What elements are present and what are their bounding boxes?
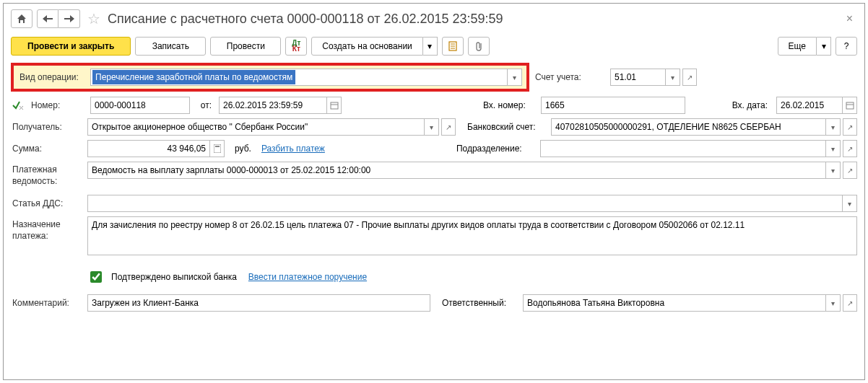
paperclip-icon bbox=[474, 41, 483, 51]
create-based-button[interactable]: Создать на основании bbox=[311, 37, 423, 56]
comment-label: Комментарий: bbox=[11, 298, 83, 308]
account-label: Счет учета: bbox=[534, 72, 606, 82]
account-input[interactable]: 51.01 bbox=[610, 69, 666, 86]
dtkt-button[interactable]: ДтКт bbox=[285, 37, 307, 56]
in-number-label: Вх. номер: bbox=[476, 100, 537, 110]
paysheet-input[interactable]: Ведомость на выплату зарплаты 0000-00001… bbox=[87, 162, 826, 179]
op-type-highlight: Вид операции: Перечисление заработной пл… bbox=[11, 63, 529, 92]
number-input[interactable]: 0000-000118 bbox=[90, 97, 190, 114]
responsible-open[interactable]: ↗ bbox=[843, 294, 857, 312]
op-type-label: Вид операции: bbox=[18, 72, 86, 82]
in-number-input[interactable]: 1665 bbox=[541, 97, 685, 114]
number-label: Номер: bbox=[30, 100, 86, 110]
close-button[interactable]: × bbox=[842, 12, 857, 25]
responsible-label: Ответственный: bbox=[435, 298, 518, 308]
create-based-dropdown[interactable]: ▾ bbox=[423, 37, 438, 56]
post-close-button[interactable]: Провести и закрыть bbox=[11, 37, 131, 56]
toolbar: Провести и закрыть Записать Провести ДтК… bbox=[11, 34, 857, 63]
dds-dropdown[interactable]: ▾ bbox=[843, 195, 857, 212]
amount-label: Сумма: bbox=[11, 144, 83, 154]
op-type-input[interactable]: Перечисление заработной платы по ведомос… bbox=[90, 69, 508, 86]
bank-account-input[interactable]: 40702810505000000291, ОТДЕЛЕНИЕ N8625 СБ… bbox=[551, 118, 826, 136]
svg-rect-6 bbox=[846, 102, 854, 109]
paysheet-open[interactable]: ↗ bbox=[843, 162, 857, 179]
svg-rect-9 bbox=[215, 146, 220, 147]
calendar-icon bbox=[330, 101, 339, 110]
amount-input[interactable]: 43 946,05 bbox=[87, 140, 210, 157]
responsible-dropdown[interactable]: ▾ bbox=[826, 294, 841, 312]
status-icon bbox=[11, 100, 25, 110]
bank-account-label: Банковский счет: bbox=[460, 122, 547, 132]
recipient-input[interactable]: Открытое акционерное общество " Сбербанк… bbox=[87, 118, 425, 136]
split-payment-link[interactable]: Разбить платеж bbox=[261, 144, 325, 154]
back-button[interactable] bbox=[37, 9, 58, 28]
dtkt-icon: ДтКт bbox=[292, 40, 300, 52]
in-date-input[interactable]: 26.02.2015 bbox=[776, 97, 843, 114]
attach-button[interactable] bbox=[468, 37, 490, 56]
paysheet-label: Платежнаяведомость: bbox=[11, 162, 83, 187]
dds-input[interactable] bbox=[87, 195, 843, 212]
help-button[interactable]: ? bbox=[836, 37, 857, 56]
division-open[interactable]: ↗ bbox=[843, 140, 857, 157]
in-date-label: Вх. дата: bbox=[690, 100, 772, 110]
op-type-value: Перечисление заработной платы по ведомос… bbox=[92, 70, 295, 84]
division-input[interactable] bbox=[540, 140, 826, 157]
calculator-icon bbox=[214, 144, 221, 153]
svg-rect-4 bbox=[331, 102, 338, 109]
responsible-input[interactable]: Водопьянова Татьяна Викторовна bbox=[523, 294, 826, 312]
division-label: Подразделение: bbox=[449, 144, 536, 154]
op-type-dropdown[interactable]: ▾ bbox=[508, 69, 522, 86]
titlebar: ☆ Списание с расчетного счета 0000-00011… bbox=[11, 6, 857, 34]
in-date-picker[interactable] bbox=[843, 97, 857, 114]
paysheet-dropdown[interactable]: ▾ bbox=[826, 162, 841, 179]
bank-account-open[interactable]: ↗ bbox=[843, 118, 857, 136]
currency-label: руб. bbox=[229, 144, 257, 154]
post-button[interactable]: Провести bbox=[210, 37, 281, 56]
amount-calc[interactable] bbox=[210, 140, 225, 157]
more-button[interactable]: Еще bbox=[778, 37, 817, 56]
date-picker[interactable] bbox=[327, 97, 342, 114]
comment-input[interactable]: Загружен из Клиент-Банка bbox=[87, 294, 430, 312]
division-dropdown[interactable]: ▾ bbox=[826, 140, 841, 157]
confirmed-checkbox[interactable] bbox=[90, 271, 102, 283]
more-dropdown[interactable]: ▾ bbox=[817, 37, 831, 56]
enter-order-link[interactable]: Ввести платежное поручение bbox=[248, 272, 367, 282]
document-icon bbox=[448, 41, 458, 51]
favorite-star-icon[interactable]: ☆ bbox=[84, 10, 103, 27]
recipient-label: Получатель: bbox=[11, 122, 83, 132]
account-dropdown[interactable]: ▾ bbox=[666, 69, 680, 86]
dds-label: Статья ДДС: bbox=[11, 198, 83, 208]
confirmed-label: Подтверждено выпиской банка bbox=[108, 272, 244, 282]
bank-account-dropdown[interactable]: ▾ bbox=[826, 118, 841, 136]
page-title: Списание с расчетного счета 0000-000118 … bbox=[108, 12, 838, 27]
recipient-open[interactable]: ↗ bbox=[441, 118, 456, 136]
recipient-dropdown[interactable]: ▾ bbox=[425, 118, 439, 136]
account-open[interactable]: ↗ bbox=[682, 69, 697, 86]
purpose-input[interactable]: Для зачисления по реестру номер 8 от 26.… bbox=[87, 216, 857, 255]
date-input[interactable]: 26.02.2015 23:59:59 bbox=[219, 97, 327, 114]
save-button[interactable]: Записать bbox=[135, 37, 206, 56]
home-button[interactable] bbox=[11, 9, 32, 28]
forward-button[interactable] bbox=[58, 9, 80, 28]
calendar-icon bbox=[846, 101, 854, 110]
report-button[interactable] bbox=[442, 37, 464, 56]
from-label: от: bbox=[194, 100, 214, 110]
purpose-label: Назначениеплатежа: bbox=[11, 216, 83, 242]
svg-rect-8 bbox=[214, 144, 221, 153]
